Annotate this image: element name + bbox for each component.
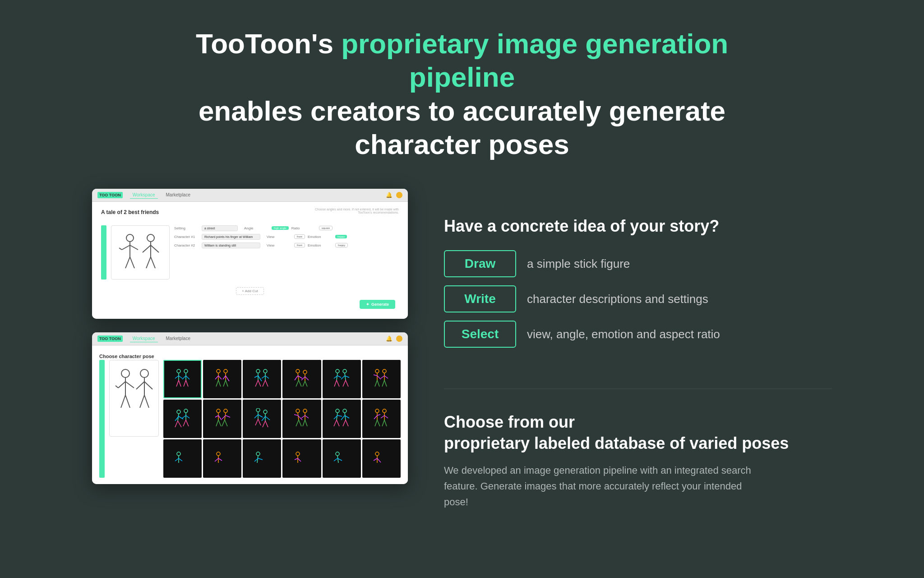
heading-highlight: proprietary image generation pipeline [341, 28, 728, 93]
char2-value[interactable]: William is standing still [202, 242, 260, 248]
svg-line-124 [254, 415, 258, 418]
svg-point-164 [383, 409, 386, 413]
svg-line-160 [374, 415, 377, 419]
pose-icon-9 [293, 408, 310, 429]
heading-plain: TooToon's [196, 28, 341, 59]
pose-icon-3 [293, 368, 310, 389]
generate-button[interactable]: ✦ Generate [360, 300, 395, 309]
pose-cell-10[interactable] [323, 400, 361, 438]
pose-cell-16[interactable] [323, 439, 361, 478]
svg-point-56 [263, 369, 267, 373]
feature-desc-draw: a simple stick figure [527, 257, 630, 271]
pose-cell-6[interactable] [163, 400, 202, 438]
app-logo-top: TOO TOON [97, 192, 123, 198]
pose-icon-2 [254, 368, 271, 389]
svg-line-34 [182, 376, 186, 379]
section-divider [444, 388, 832, 389]
tab-workspace-bottom[interactable]: Workspace [130, 335, 158, 342]
svg-point-158 [375, 409, 379, 413]
svg-point-74 [336, 369, 339, 373]
pose-cell-15[interactable] [282, 439, 321, 478]
svg-line-97 [384, 380, 387, 387]
svg-line-36 [184, 380, 186, 387]
svg-line-156 [343, 420, 346, 426]
svg-line-78 [334, 380, 337, 387]
pose-icon-7 [214, 408, 231, 429]
char2-view[interactable]: front [294, 243, 305, 247]
svg-line-31 [179, 380, 181, 387]
svg-line-77 [337, 376, 341, 378]
pose-cell-14[interactable] [243, 439, 281, 478]
pose-cell-5[interactable] [362, 360, 401, 398]
pose-cell-4[interactable] [323, 360, 361, 398]
svg-point-13 [121, 369, 129, 378]
svg-line-181 [258, 458, 263, 460]
view-label-2: View [267, 243, 291, 247]
add-cut-button[interactable]: + Add Cut [236, 287, 263, 295]
svg-line-40 [215, 376, 218, 379]
scene-row: #61 [101, 225, 399, 280]
angle-label: Angle [244, 226, 269, 230]
svg-point-32 [184, 369, 188, 373]
svg-line-19 [125, 395, 130, 408]
feature-badge-write: Write [444, 285, 516, 312]
tab-workspace-top[interactable]: Workspace [130, 191, 158, 199]
pose-cell-17[interactable] [362, 439, 401, 478]
scene-form: Setting a street Angle high angle Ratio … [174, 225, 399, 280]
pose-cell-12[interactable] [163, 439, 202, 478]
svg-line-10 [151, 245, 159, 252]
info-column: Have a concrete idea of your story? Draw… [444, 189, 832, 510]
pose-cell-11[interactable] [362, 400, 401, 438]
char1-value[interactable]: Richard points his finger at William [202, 234, 260, 240]
pose-cell-2[interactable] [243, 360, 281, 398]
svg-line-106 [182, 415, 186, 418]
svg-line-88 [374, 375, 377, 376]
add-cut-row: + Add Cut [101, 283, 399, 297]
svg-line-90 [375, 380, 377, 387]
pose-cell-9[interactable] [282, 400, 321, 438]
svg-line-37 [186, 380, 188, 387]
char1-emotion[interactable]: happy [335, 235, 347, 238]
svg-line-163 [377, 420, 380, 426]
svg-line-115 [218, 420, 221, 426]
svg-point-186 [336, 452, 339, 456]
pose-cell-0[interactable] [163, 360, 202, 398]
tab-marketplace-bottom[interactable]: Marketplace [163, 335, 193, 342]
svg-line-53 [258, 376, 262, 381]
char2-emotion[interactable]: happy [335, 243, 348, 247]
svg-point-44 [224, 369, 227, 373]
svg-line-120 [222, 420, 225, 426]
svg-line-2 [122, 245, 130, 250]
angle-value[interactable]: high angle [272, 226, 289, 230]
svg-line-89 [377, 376, 381, 379]
svg-line-11 [146, 257, 151, 268]
svg-point-134 [296, 409, 300, 413]
svg-point-110 [217, 409, 220, 413]
setting-value[interactable]: a street [202, 225, 238, 231]
char1-view[interactable]: front [294, 234, 305, 239]
app-window-bottom: TOO TOON Workspace Marketplace 🔔 Choose … [92, 332, 408, 485]
scene-canvas[interactable] [111, 225, 170, 280]
svg-line-5 [125, 257, 130, 268]
svg-point-68 [303, 370, 307, 374]
svg-line-23 [144, 382, 152, 389]
pose-cell-3[interactable] [282, 360, 321, 398]
svg-line-153 [345, 413, 346, 420]
pose-cell-7[interactable] [203, 400, 241, 438]
svg-line-95 [384, 376, 388, 378]
svg-line-91 [377, 380, 379, 387]
pose-cell-13[interactable] [203, 439, 241, 478]
svg-line-28 [175, 376, 179, 378]
svg-line-150 [334, 420, 337, 426]
pose-icon-16 [333, 452, 350, 465]
svg-line-193 [377, 458, 381, 462]
pose-cell-1[interactable] [203, 360, 241, 398]
svg-line-176 [215, 458, 218, 461]
svg-point-98 [177, 410, 180, 414]
pose-cell-8[interactable] [243, 400, 281, 438]
generate-icon: ✦ [366, 302, 370, 307]
tab-marketplace-top[interactable]: Marketplace [163, 191, 193, 199]
ratio-value[interactable]: square [319, 226, 333, 230]
svg-line-138 [296, 420, 299, 426]
section-top: Have a concrete idea of your story? Draw… [444, 216, 832, 348]
